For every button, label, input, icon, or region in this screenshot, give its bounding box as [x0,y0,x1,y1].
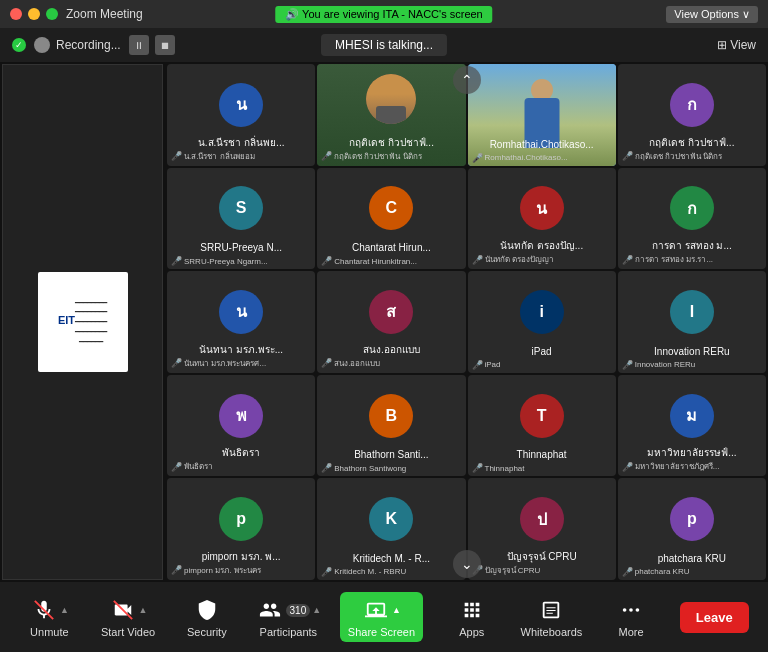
mute-icon: 🎤 [472,153,483,163]
close-button[interactable] [10,8,22,20]
tile-name: การดา รสทอง ม... [618,238,766,253]
scroll-up-button[interactable]: ⌃ [453,66,481,94]
traffic-lights [10,8,58,20]
avatar: ส [369,290,413,334]
video-tile[interactable]: p pimporn มรภ. พ... 🎤pimporn มรภ. พระนคร [167,478,315,580]
participants-button[interactable]: 310 ▲ Participants [256,596,322,638]
video-tile[interactable]: i iPad 🎤iPad [468,271,616,373]
tile-sub: 🎤การดา รสทอง มร.รา... [618,253,766,266]
unmute-button[interactable]: ▲ Unmute [19,596,79,638]
video-tile[interactable]: I Innovation RERu 🎤Innovation RERu [618,271,766,373]
video-tile[interactable]: น น.ส.นีรชา กลิ่นพย... 🎤น.ส.นีรชา กลิ่นพ… [167,64,315,166]
security-button[interactable]: Security [177,596,237,638]
video-tile[interactable]: พ พันธิตรา 🎤พันธิตรา [167,375,315,477]
tile-name: Bhathorn Santi... [317,449,465,460]
video-tile[interactable]: น นันทนา มรภ.พระ... 🎤นันทนา มรภ.พระนครศ.… [167,271,315,373]
pause-recording-button[interactable]: ⏸ [129,35,149,55]
video-tile[interactable]: ก การดา รสทอง ม... 🎤การดา รสทอง มร.รา... [618,168,766,270]
share-screen-button[interactable]: ▲ Share Screen [340,592,423,642]
scroll-down-button[interactable]: ⌄ [453,550,481,578]
video-tile[interactable]: ม มหาวิทยาลัยรรษฟ์... 🎤มหาวิทยาลัยราชภัฎ… [618,375,766,477]
recording-indicator [12,38,26,52]
start-video-button[interactable]: ▲ Start Video [98,596,158,638]
mute-icon: 🎤 [171,462,182,472]
mute-icon: 🎤 [171,565,182,575]
avatar: ก [670,186,714,230]
tile-sub: 🎤น.ส.นีรชา กลิ่นพยอม [167,150,315,163]
avatar: พ [219,394,263,438]
tile-name: นันทกัด ตรองปัญ... [468,238,616,253]
window-title: Zoom Meeting [66,7,143,21]
start-video-label: Start Video [101,626,155,638]
tile-name: phatchara KRU [618,553,766,564]
avatar: I [670,290,714,334]
share-screen-icon [362,596,390,624]
microphone-muted-icon [30,596,58,624]
participant-count: 310 [286,604,311,617]
video-tile[interactable]: ก กฤติเดช กิวปชาฟ์... 🎤กฤติเดช กิวปชาฟัน… [618,64,766,166]
stop-recording-button[interactable]: ⏹ [155,35,175,55]
mute-icon: 🎤 [622,567,633,577]
avatar: p [670,497,714,541]
tile-sub: 🎤พันธิตรา [167,460,315,473]
tile-sub: 🎤มหาวิทยาลัยราชภัฎศรี... [618,460,766,473]
tile-sub: 🎤กฤติเดช กิวปชาฟัน นิติกร [317,150,465,163]
video-tile[interactable]: ส สนง.ออกแบบ 🎤สนง.ออกแบบ [317,271,465,373]
tile-sub: 🎤pimporn มรภ. พระนคร [167,564,315,577]
video-tile[interactable]: ป ปัญจรุจน์ CPRU 🎤ปัญจรุจน์ CPRU [468,478,616,580]
more-label: More [619,626,644,638]
whiteboard-icon [537,596,565,624]
video-tile[interactable]: K Kritidech M. - R... 🎤Kritidech M. - RB… [317,478,465,580]
mute-icon: 🎤 [321,256,332,266]
video-tile-active[interactable]: กฤติเดช กิวปชาฟ์... 🎤กฤติเดช กิวปชาฟัน น… [317,64,465,166]
view-options-button[interactable]: View Options ∨ [666,6,758,23]
minimize-button[interactable] [28,8,40,20]
tile-sub: 🎤Innovation RERu [618,360,766,370]
main-area: EIT ━━━━━━━━━━━━━━━━━━━━━━━━━━━━━━━━━━━━… [0,62,768,582]
avatar: i [520,290,564,334]
video-tile[interactable]: S SRRU-Preeya N... 🎤SRRU-Preeya Ngarm... [167,168,315,270]
recording-label: Recording... [34,37,121,53]
more-button[interactable]: More [601,596,661,638]
recording-controls: ⏸ ⏹ [129,35,175,55]
share-screen-label: Share Screen [348,626,415,638]
tile-name: น.ส.นีรชา กลิ่นพย... [167,135,315,150]
video-tile[interactable]: B Bhathorn Santi... 🎤Bhathorn Santiwong [317,375,465,477]
avatar: p [219,497,263,541]
participants-label: Participants [260,626,317,638]
ita-banner: 🔊 You are viewing ITA - NACC's screen [275,6,492,23]
whiteboards-button[interactable]: Whiteboards [521,596,583,638]
maximize-button[interactable] [46,8,58,20]
video-tile[interactable]: p phatchara KRU 🎤phatchara KRU [618,478,766,580]
tile-name: สนง.ออกแบบ [317,342,465,357]
mute-icon: 🎤 [472,255,483,265]
unmute-caret: ▲ [60,605,69,615]
leave-button[interactable]: Leave [680,602,749,633]
participants-icon [256,596,284,624]
mute-icon: 🎤 [321,151,332,161]
title-bar: Zoom Meeting 🔊 You are viewing ITA - NAC… [0,0,768,28]
avatar: S [219,186,263,230]
mute-icon: 🎤 [622,255,633,265]
tile-name: Kritidech M. - R... [317,553,465,564]
mute-icon: 🎤 [622,360,633,370]
tile-sub: 🎤ปัญจรุจน์ CPRU [468,564,616,577]
unmute-label: Unmute [30,626,69,638]
avatar: C [369,186,413,230]
share-screen-icon-row: ▲ [362,596,401,624]
video-muted-icon [109,596,137,624]
video-tile[interactable]: น นันทกัด ตรองปัญ... 🎤นันทกัด ตรองปัญญา [468,168,616,270]
view-button[interactable]: ⊞ View [717,38,756,52]
video-grid: ⌃ น น.ส.นีรชา กลิ่นพย... 🎤น.ส.นีรชา กลิ่… [165,62,768,582]
tile-name: iPad [468,346,616,357]
tile-sub: 🎤Bhathorn Santiwong [317,463,465,473]
mic-icon [34,37,50,53]
tile-name: นันทนา มรภ.พระ... [167,342,315,357]
video-caret: ▲ [139,605,148,615]
video-tile[interactable]: T Thinnaphat 🎤Thinnaphat [468,375,616,477]
tile-sub: 🎤SRRU-Preeya Ngarm... [167,256,315,266]
video-tile[interactable]: C Chantarat Hirun... 🎤Chantarat Hirunkit… [317,168,465,270]
mute-icon: 🎤 [171,358,182,368]
apps-button[interactable]: Apps [442,596,502,638]
video-tile[interactable]: Romhathai.Chotikaso... 🎤Romhathai.Chotik… [468,64,616,166]
